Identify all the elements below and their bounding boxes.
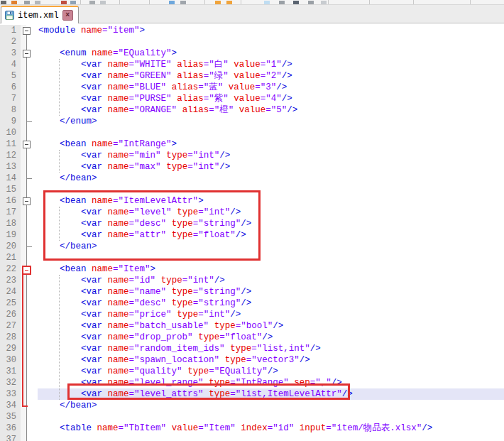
toolbar-button-icon[interactable]: [180, 1, 186, 4]
code-line[interactable]: <var name="level_attrs" type="list,ItemL…: [38, 388, 504, 400]
bookmark-margin[interactable]: [21, 70, 26, 82]
code-line[interactable]: <var name="name" type="string"/>: [38, 286, 504, 298]
code-line[interactable]: </enum>: [38, 116, 504, 127]
code-line[interactable]: <var name="desc" type="string"/>: [38, 218, 504, 229]
fold-margin[interactable]: [26, 104, 38, 116]
fold-marker[interactable]: [23, 50, 31, 58]
toolbar-button-icon[interactable]: [70, 1, 76, 4]
toolbar-button-icon[interactable]: [215, 1, 221, 4]
code-line[interactable]: <var name="WHITE" alias="白" value="1"/>: [38, 59, 504, 70]
tab-close-icon[interactable]: ×: [62, 10, 73, 21]
fold-marker[interactable]: [23, 197, 31, 205]
fold-margin[interactable]: [26, 252, 38, 263]
toolbar-button-icon[interactable]: [321, 1, 327, 4]
code-editor[interactable]: 1<module name="item">2 3 <enum name="EQu…: [0, 23, 504, 441]
code-line[interactable]: <enum name="EQuality">: [38, 48, 504, 59]
fold-margin[interactable]: [26, 400, 38, 411]
bookmark-margin[interactable]: [21, 218, 26, 229]
fold-margin[interactable]: [26, 218, 38, 229]
code-line[interactable]: <var name="PURSE" alias="紫" value="4"/>: [38, 93, 504, 104]
fold-margin[interactable]: [26, 354, 38, 366]
code-line[interactable]: [38, 252, 504, 263]
toolbar-button-icon[interactable]: [293, 1, 299, 4]
fold-margin[interactable]: [26, 36, 38, 48]
toolbar-button-icon[interactable]: [1, 1, 6, 4]
toolbar-button-icon[interactable]: [100, 1, 106, 4]
bookmark-margin[interactable]: [21, 150, 26, 161]
toolbar-button-icon[interactable]: [308, 1, 314, 4]
code-line[interactable]: <var name="desc" type="string"/>: [38, 298, 504, 309]
bookmark-margin[interactable]: [21, 173, 26, 184]
bookmark-margin[interactable]: [21, 104, 26, 116]
fold-margin[interactable]: [26, 82, 38, 93]
code-line[interactable]: <var name="quality" type="EQuality"/>: [38, 366, 504, 377]
fold-margin[interactable]: [26, 423, 38, 434]
code-line[interactable]: <var name="BLUE" alias="蓝" value="3"/>: [38, 82, 504, 93]
code-line[interactable]: <var name="batch_usable" type="bool"/>: [38, 320, 504, 332]
fold-margin[interactable]: [26, 309, 38, 320]
fold-margin[interactable]: [26, 93, 38, 104]
code-line[interactable]: <var name="level_range" type="IntRange" …: [38, 377, 504, 388]
fold-margin[interactable]: [26, 150, 38, 161]
fold-margin[interactable]: [26, 161, 38, 173]
code-line[interactable]: <bean name="ItemLevelAttr">: [38, 195, 504, 207]
bookmark-margin[interactable]: [21, 59, 26, 70]
bookmark-margin[interactable]: [21, 82, 26, 93]
fold-margin[interactable]: [26, 275, 38, 286]
bookmark-margin[interactable]: [21, 423, 26, 434]
code-line[interactable]: </bean>: [38, 400, 504, 411]
code-line[interactable]: <var name="min" type="int"/>: [38, 150, 504, 161]
code-line[interactable]: <var name="random_item_ids" type="list,i…: [38, 343, 504, 354]
bookmark-margin[interactable]: [21, 252, 26, 263]
bookmark-margin[interactable]: [21, 93, 26, 104]
code-line[interactable]: <var name="spawn_location" type="vector3…: [38, 354, 504, 366]
tab-item-xml[interactable]: item.xml ×: [1, 6, 79, 23]
code-line[interactable]: <var name="price" type="int"/>: [38, 309, 504, 320]
bookmark-margin[interactable]: [21, 241, 26, 252]
code-line[interactable]: <var name="attr" type="float"/>: [38, 229, 504, 241]
fold-margin[interactable]: [26, 434, 38, 441]
code-line[interactable]: </bean>: [38, 241, 504, 252]
toolbar-button-icon[interactable]: [35, 1, 40, 4]
bookmark-margin[interactable]: [21, 207, 26, 218]
fold-margin[interactable]: [26, 59, 38, 70]
code-line[interactable]: <var name="ORANGE" alias="橙" value="5"/>: [38, 104, 504, 116]
fold-margin[interactable]: [26, 127, 38, 138]
bookmark-margin[interactable]: [21, 116, 26, 127]
bookmark-margin[interactable]: [21, 434, 26, 441]
code-line[interactable]: </bean>: [38, 173, 504, 184]
code-line[interactable]: [38, 434, 504, 441]
fold-margin[interactable]: [26, 343, 38, 354]
toolbar-button-icon[interactable]: [89, 1, 95, 4]
fold-margin[interactable]: [26, 320, 38, 332]
code-line[interactable]: <var name="level" type="int"/>: [38, 207, 504, 218]
toolbar-button-icon[interactable]: [264, 1, 270, 4]
fold-margin[interactable]: [26, 207, 38, 218]
code-line[interactable]: <table name="TbItem" value="Item" index=…: [38, 423, 504, 434]
fold-margin[interactable]: [26, 332, 38, 343]
code-line[interactable]: <bean name="IntRange">: [38, 138, 504, 150]
fold-margin[interactable]: [26, 184, 38, 195]
code-line[interactable]: [38, 184, 504, 195]
bookmark-margin[interactable]: [21, 229, 26, 241]
bookmark-margin[interactable]: [21, 36, 26, 48]
toolbar-button-icon[interactable]: [61, 1, 67, 4]
fold-marker[interactable]: [23, 27, 31, 35]
bookmark-margin[interactable]: [21, 411, 26, 423]
fold-margin[interactable]: [26, 366, 38, 377]
code-line[interactable]: <var name="id" type="int"/>: [38, 275, 504, 286]
code-line[interactable]: <bean name="Item">: [38, 263, 504, 275]
code-line[interactable]: [38, 127, 504, 138]
fold-margin[interactable]: [26, 70, 38, 82]
fold-margin[interactable]: [26, 377, 38, 388]
fold-margin[interactable]: [26, 411, 38, 423]
fold-margin[interactable]: [26, 229, 38, 241]
bookmark-margin[interactable]: [21, 161, 26, 173]
bookmark-margin[interactable]: [21, 127, 26, 138]
code-line[interactable]: <var name="GREEN" alias="绿" value="2"/>: [38, 70, 504, 82]
code-line[interactable]: <module name="item">: [38, 25, 504, 36]
code-line[interactable]: <var name="drop_prob" type="float"/>: [38, 332, 504, 343]
toolbar-button-icon[interactable]: [24, 1, 30, 4]
fold-margin[interactable]: [26, 388, 38, 400]
code-line[interactable]: [38, 36, 504, 48]
